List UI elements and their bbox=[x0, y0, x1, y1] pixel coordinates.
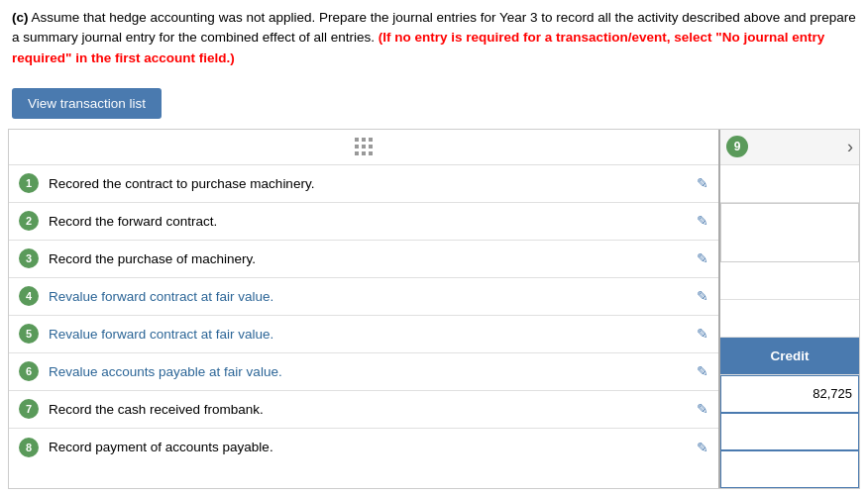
transaction-text-6: Revalue accounts payable at fair value. bbox=[49, 364, 689, 379]
entry-number-badge: 9 bbox=[726, 136, 748, 157]
view-transaction-button[interactable]: View transaction list bbox=[12, 88, 162, 119]
drag-handle[interactable] bbox=[355, 138, 374, 156]
table-row: 5 Revalue forward contract at fair value… bbox=[9, 316, 718, 353]
right-row-1 bbox=[720, 165, 859, 203]
right-row-4 bbox=[720, 300, 859, 338]
right-row-8[interactable] bbox=[720, 450, 859, 488]
edit-icon-1[interactable]: ✎ bbox=[697, 175, 708, 191]
edit-icon-2[interactable]: ✎ bbox=[697, 213, 708, 229]
main-container: 1 Recored the contract to purchase machi… bbox=[8, 129, 860, 489]
transaction-badge-8: 8 bbox=[19, 438, 39, 457]
instruction-prefix: (c) bbox=[12, 10, 29, 25]
table-row: 2 Record the forward contract. ✎ bbox=[9, 203, 718, 241]
credit-value: 82,725 bbox=[813, 386, 852, 401]
table-row: 3 Record the purchase of machinery. ✎ bbox=[9, 241, 718, 278]
instruction-block: (c) Assume that hedge accounting was not… bbox=[0, 0, 868, 78]
transaction-badge-4: 4 bbox=[19, 286, 39, 306]
drag-handle-bar bbox=[9, 130, 718, 165]
transaction-text-4: Revalue forward contract at fair value. bbox=[49, 289, 689, 304]
edit-icon-8[interactable]: ✎ bbox=[697, 440, 708, 455]
table-row: 7 Record the cash received frombank. ✎ bbox=[9, 391, 718, 429]
chevron-right-icon[interactable]: › bbox=[847, 137, 853, 157]
credit-value-row[interactable]: 82,725 bbox=[720, 375, 859, 413]
right-row-3 bbox=[720, 262, 859, 300]
transaction-badge-6: 6 bbox=[19, 361, 39, 381]
table-row: 6 Revalue accounts payable at fair value… bbox=[9, 353, 718, 391]
transaction-text-5: Revalue forward contract at fair value. bbox=[49, 327, 689, 342]
right-row-7[interactable] bbox=[720, 413, 859, 450]
right-row-2 bbox=[720, 203, 859, 262]
transaction-badge-2: 2 bbox=[19, 211, 39, 231]
transaction-badge-1: 1 bbox=[19, 173, 39, 193]
transaction-badge-5: 5 bbox=[19, 324, 39, 344]
transaction-text-2: Record the forward contract. bbox=[49, 214, 689, 229]
right-panel: 9 › Credit 82,725 bbox=[720, 130, 859, 488]
credit-header: Credit bbox=[720, 338, 859, 375]
edit-icon-5[interactable]: ✎ bbox=[697, 326, 708, 342]
edit-icon-4[interactable]: ✎ bbox=[697, 288, 708, 304]
transaction-text-3: Record the purchase of machinery. bbox=[49, 251, 689, 266]
table-row: 4 Revalue forward contract at fair value… bbox=[9, 278, 718, 316]
transaction-text-8: Record payment of accounts payable. bbox=[49, 440, 689, 454]
edit-icon-7[interactable]: ✎ bbox=[697, 401, 708, 417]
transaction-badge-7: 7 bbox=[19, 399, 39, 419]
right-top-section: 9 › bbox=[720, 130, 859, 165]
table-row: 1 Recored the contract to purchase machi… bbox=[9, 165, 718, 203]
transaction-text-1: Recored the contract to purchase machine… bbox=[49, 176, 689, 191]
transaction-badge-3: 3 bbox=[19, 248, 39, 268]
transaction-text-7: Record the cash received frombank. bbox=[49, 402, 689, 417]
transaction-list-panel: 1 Recored the contract to purchase machi… bbox=[9, 130, 720, 488]
edit-icon-6[interactable]: ✎ bbox=[697, 363, 708, 379]
right-rows: Credit 82,725 bbox=[720, 165, 859, 488]
table-row: 8 Record payment of accounts payable. ✎ bbox=[9, 429, 718, 466]
edit-icon-3[interactable]: ✎ bbox=[697, 250, 708, 266]
